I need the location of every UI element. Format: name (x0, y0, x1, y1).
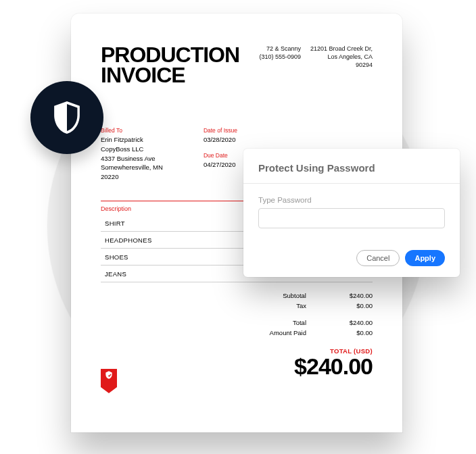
billed-street: 4337 Business Ave (101, 154, 163, 163)
dialog-title: Protect Using Password (258, 162, 445, 174)
total-label: Total (237, 319, 318, 326)
vendor-address: 72 & Scanny (310) 555-0909 21201 Broad C… (259, 45, 373, 69)
vendor-zip: 90294 (356, 61, 373, 69)
billed-zip: 20220 (101, 172, 163, 182)
item-name: SHOES (101, 253, 224, 261)
item-name: HEADPHONES (101, 236, 224, 244)
cancel-button[interactable]: Cancel (356, 250, 400, 266)
subtotal-label: Subtotal (237, 292, 318, 299)
due-date-value: 04/27/2020 (204, 160, 237, 170)
shield-icon (30, 81, 103, 154)
date-of-issue-value: 03/28/2020 (204, 135, 237, 145)
total-value: $240.00 (318, 319, 373, 326)
apply-button[interactable]: Apply (405, 250, 445, 266)
grand-total-value: $240.00 (101, 353, 373, 380)
invoice-title: PRODUCTION INVOICE (101, 45, 239, 86)
vendor-city: Los Angeles, CA (327, 53, 373, 61)
protect-password-dialog: Protect Using Password Type Password Can… (243, 149, 460, 277)
billed-name: Erin Fitzpatrick (101, 135, 163, 145)
password-input[interactable] (258, 208, 445, 228)
due-date-label: Due Date (204, 151, 237, 159)
grand-total: TOTAL (USD) $240.00 (101, 347, 373, 380)
tax-label: Tax (237, 302, 318, 309)
billed-company: CopyBoss LLC (101, 145, 163, 154)
amount-paid-label: Amount Paid (237, 329, 318, 336)
billed-to: Billed To Erin Fitzpatrick CopyBoss LLC … (101, 126, 163, 182)
date-of-issue-label: Date of Issue (204, 126, 237, 134)
item-name: SHIRT (101, 220, 224, 227)
billed-city: Somewheresville, MN (101, 163, 163, 172)
invoice-title-line2: INVOICE (101, 65, 239, 85)
billed-to-label: Billed To (101, 126, 163, 134)
totals: Subtotal $240.00 Tax $0.00 Total $240.00… (101, 291, 373, 338)
dialog-divider (243, 183, 460, 184)
tax-value: $0.00 (318, 302, 373, 309)
amount-paid-value: $0.00 (318, 329, 373, 336)
pdf-badge-icon (101, 369, 117, 393)
vendor-name: 72 & Scanny (266, 45, 301, 53)
password-field-label: Type Password (258, 196, 445, 204)
vendor-phone: (310) 555-0909 (259, 53, 301, 61)
vendor-street: 21201 Broad Creek Dr, (310, 45, 373, 53)
invoice-title-line1: PRODUCTION (101, 45, 239, 65)
subtotal-value: $240.00 (318, 292, 373, 299)
item-name: JEANS (101, 270, 224, 278)
